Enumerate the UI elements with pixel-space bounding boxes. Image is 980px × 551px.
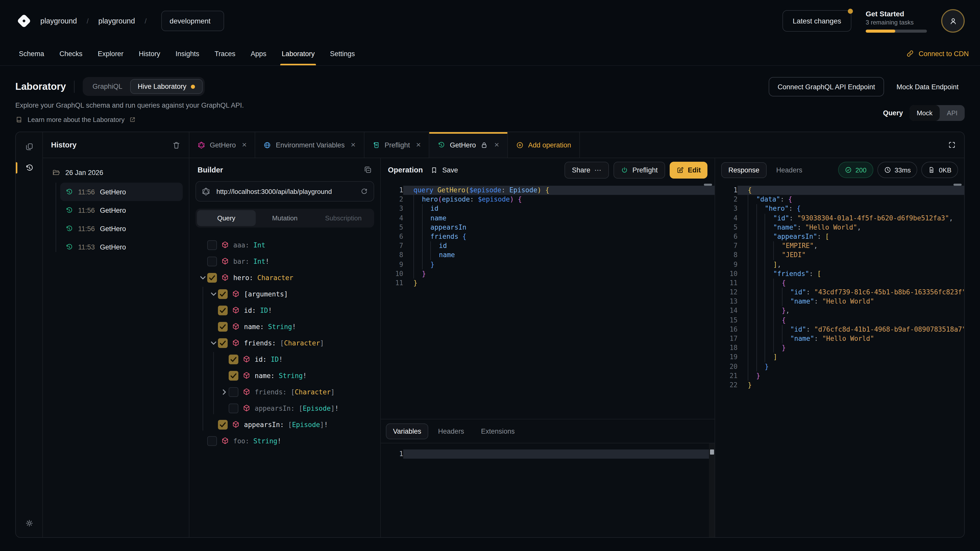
nav-tab-explorer[interactable]: Explorer <box>90 42 131 65</box>
nav-tab-checks[interactable]: Checks <box>52 42 90 65</box>
close-icon[interactable]: × <box>351 141 355 149</box>
tree-field-friends-[interactable]: friends: [Character] <box>196 335 374 351</box>
tree-field-appearsin-[interactable]: appearsIn: [Episode]! <box>196 400 374 416</box>
history-item[interactable]: 11:56 GetHero <box>60 183 183 201</box>
field-checkbox[interactable] <box>207 256 217 266</box>
operation-tab-preflight[interactable]: Preflight × <box>364 132 430 158</box>
latest-changes-button[interactable]: Latest changes <box>783 10 851 32</box>
field-checkbox[interactable] <box>229 371 239 380</box>
field-checkbox[interactable] <box>229 387 239 397</box>
rail-history-button[interactable] <box>16 160 42 176</box>
field-checkbox[interactable] <box>218 420 228 429</box>
environment-select[interactable]: development <box>162 11 224 31</box>
tree-field-foo-[interactable]: foo: String! <box>196 433 374 449</box>
tree-field-id-[interactable]: id: ID! <box>196 351 374 367</box>
query-target-api[interactable]: API <box>940 105 965 121</box>
field-checkbox[interactable] <box>229 354 239 364</box>
line-number: 9 <box>381 260 403 269</box>
chevron-right-icon[interactable] <box>220 387 229 396</box>
connect-endpoint-button[interactable]: Connect GraphQL API Endpoint <box>768 77 884 97</box>
nav-tab-traces[interactable]: Traces <box>207 42 243 65</box>
tree-field-id-[interactable]: id: ID! <box>196 302 374 318</box>
history-item[interactable]: 11:56 GetHero <box>60 201 183 219</box>
response-viewer[interactable]: 1 { 2 "data": { 3 "hero": { 4 "id": "930… <box>715 182 964 537</box>
edit-button[interactable]: Edit <box>670 162 708 178</box>
operation-tab-gethero[interactable]: GetHero × <box>189 132 256 158</box>
query-editor[interactable]: 1 query GetHero($episode: Episode) { 2 h… <box>381 182 714 419</box>
nav-tab-schema[interactable]: Schema <box>11 42 52 65</box>
field-checkbox[interactable] <box>207 436 217 446</box>
nav-tab-history[interactable]: History <box>131 42 168 65</box>
history-item-time: 11:56 <box>78 206 95 214</box>
nav-tab-apps[interactable]: Apps <box>243 42 274 65</box>
learn-more-link[interactable]: Learn more about the Laboratory <box>15 116 244 124</box>
tree-field--arguments-[interactable]: [arguments] <box>196 286 374 302</box>
scrollbar-track[interactable] <box>709 443 714 537</box>
op-type-query[interactable]: Query <box>197 210 256 226</box>
rail-collections-button[interactable] <box>16 138 42 155</box>
operation-tab-gethero[interactable]: GetHero × <box>430 132 508 158</box>
get-started-widget[interactable]: Get Started 3 remaining tasks <box>865 10 927 32</box>
chevron-down-icon[interactable] <box>199 273 207 282</box>
breadcrumb-org[interactable]: playground <box>40 17 77 25</box>
field-checkbox[interactable] <box>218 338 228 348</box>
close-icon[interactable]: × <box>416 141 421 149</box>
add-operation-tab[interactable]: Add operation <box>508 132 580 158</box>
tab-response-response[interactable]: Response <box>721 162 767 178</box>
field-checkbox[interactable] <box>218 305 228 315</box>
history-item[interactable]: 11:53 GetHero <box>60 238 183 256</box>
response-header: ResponseHeaders 200 33ms <box>715 158 964 182</box>
code-line: 10 "friends": [ <box>715 269 964 278</box>
fullscreen-icon[interactable] <box>948 141 956 149</box>
history-date-group[interactable]: 26 Jan 2026 <box>49 166 183 179</box>
operation-tab-environment-variables[interactable]: Environment Variables × <box>256 132 364 158</box>
nav-tab-settings[interactable]: Settings <box>322 42 363 65</box>
field-checkbox[interactable] <box>218 289 228 299</box>
field-checkbox[interactable] <box>229 403 239 413</box>
tab-extensions[interactable]: Extensions <box>474 423 522 439</box>
tree-field-hero-[interactable]: hero: Character <box>196 269 374 286</box>
mode-option-hive-laboratory[interactable]: Hive Laboratory <box>130 79 203 94</box>
user-avatar[interactable] <box>941 9 965 33</box>
nav-tab-laboratory[interactable]: Laboratory <box>274 42 322 65</box>
tree-field-friends-[interactable]: friends: [Character] <box>196 384 374 400</box>
close-icon[interactable]: × <box>494 141 499 149</box>
hive-logo-icon[interactable] <box>15 12 33 30</box>
rail-settings-button[interactable] <box>16 515 42 531</box>
op-type-subscription[interactable]: Subscription <box>314 210 372 226</box>
field-checkbox[interactable] <box>207 273 217 283</box>
tab-response-headers[interactable]: Headers <box>769 162 810 178</box>
endpoint-url-input[interactable] <box>215 187 355 196</box>
chevron-down-icon[interactable] <box>209 289 218 298</box>
save-button[interactable]: Save <box>431 166 458 174</box>
query-target-mock[interactable]: Mock <box>910 105 940 121</box>
clear-history-button[interactable] <box>172 141 181 149</box>
scrollbar-thumb[interactable] <box>953 184 962 186</box>
preflight-button[interactable]: Preflight <box>614 162 665 178</box>
tree-field-name-[interactable]: name: String! <box>196 318 374 335</box>
nav-tab-insights[interactable]: Insights <box>168 42 207 65</box>
breadcrumb-project[interactable]: playground <box>98 17 135 25</box>
op-type-mutation[interactable]: Mutation <box>256 210 314 226</box>
history-item[interactable]: 11:56 GetHero <box>60 219 183 238</box>
variables-editor[interactable]: 1 <box>381 443 714 537</box>
chevron-down-icon[interactable] <box>209 338 218 347</box>
mode-option-graphiql[interactable]: GraphiQL <box>85 79 130 94</box>
tree-field-name-[interactable]: name: String! <box>196 367 374 384</box>
field-checkbox[interactable] <box>207 240 217 250</box>
scrollbar-thumb[interactable] <box>710 449 714 454</box>
close-icon[interactable]: × <box>242 141 247 149</box>
refresh-icon[interactable] <box>360 187 368 195</box>
tree-field-aaa-[interactable]: aaa: Int <box>196 237 374 253</box>
code-line: 7 id <box>381 241 714 251</box>
tab-variables[interactable]: Variables <box>386 423 428 439</box>
share-button[interactable]: Share ⋯ <box>565 162 609 178</box>
tree-field-bar-[interactable]: bar: Int! <box>196 253 374 269</box>
tree-field-appearsin-[interactable]: appearsIn: [Episode]! <box>196 416 374 433</box>
field-checkbox[interactable] <box>218 322 228 331</box>
tab-headers[interactable]: Headers <box>431 423 471 439</box>
collapse-builder-button[interactable] <box>363 165 372 174</box>
connect-to-cdn-link[interactable]: Connect to CDN <box>906 42 969 65</box>
mock-endpoint-button[interactable]: Mock Data Endpoint <box>891 77 965 97</box>
scrollbar-thumb[interactable] <box>704 184 712 186</box>
